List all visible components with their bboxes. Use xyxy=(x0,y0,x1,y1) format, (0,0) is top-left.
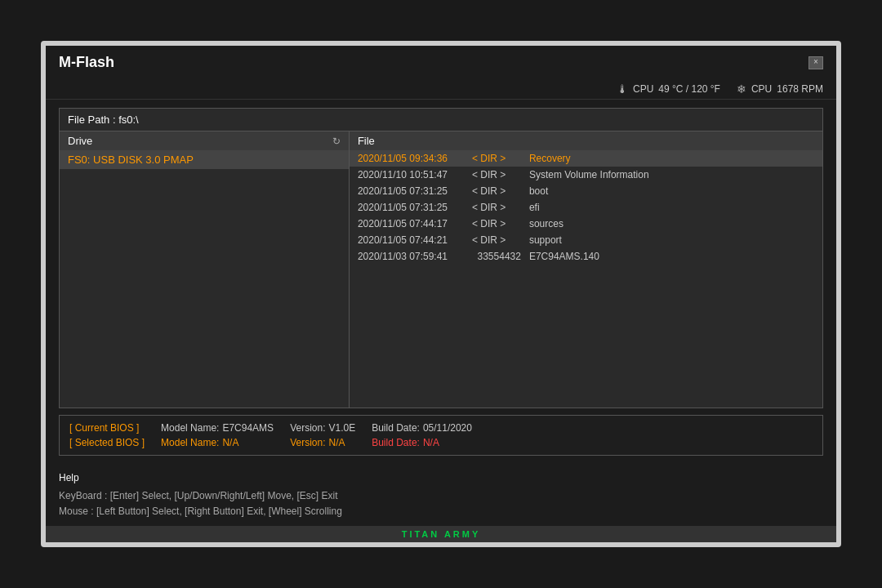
file-path-label: File Path : xyxy=(68,114,116,126)
help-keyboard-label: KeyBoard : xyxy=(59,490,107,501)
status-bar: 🌡 CPU 49 °C / 120 °F ❄ CPU 1678 RPM xyxy=(46,79,836,100)
file-row[interactable]: 2020/11/05 07:44:21 < DIR > support xyxy=(350,232,822,248)
bios-version: Version: V1.0E Version: N/A xyxy=(290,422,355,448)
selected-model-line: Model Name: N/A xyxy=(161,437,274,448)
monitor-brand: TITAN ARMY xyxy=(402,529,481,539)
drive-name: USB DISK 3.0 PMAP xyxy=(93,154,194,166)
current-model-line: Model Name: E7C94AMS xyxy=(161,422,274,434)
bios-info-bar: [ Current BIOS ] [ Selected BIOS ] Model… xyxy=(59,415,823,456)
help-mouse-text: [Left Button] Select, [Right Button] Exi… xyxy=(96,506,342,517)
file-type: < DIR > xyxy=(472,234,521,246)
current-version-line: Version: V1.0E xyxy=(290,422,355,434)
help-keyboard-line: KeyBoard : [Enter] Select, [Up/Down/Righ… xyxy=(59,488,823,504)
current-bios-line: [ Current BIOS ] xyxy=(69,422,145,434)
file-date: 2020/11/10 10:51:47 xyxy=(358,169,464,180)
selected-model-value: N/A xyxy=(222,437,238,448)
file-size: 33554432 xyxy=(472,251,521,262)
drive-column: Drive ↻ FS0: USB DISK 3.0 PMAP xyxy=(60,131,350,408)
selected-build-value: N/A xyxy=(423,437,439,448)
file-row-bios[interactable]: 2020/11/03 07:59:41 33554432 E7C94AMS.14… xyxy=(350,248,822,265)
file-type: < DIR > xyxy=(472,202,521,213)
drive-column-header: Drive ↻ xyxy=(60,131,349,150)
refresh-icon[interactable]: ↻ xyxy=(332,136,341,147)
monitor-frame: M-Flash × 🌡 CPU 49 °C / 120 °F ❄ CPU 167… xyxy=(41,41,841,547)
file-path-value: fs0:\ xyxy=(118,114,139,126)
cpu-fan-value: 1678 RPM xyxy=(777,83,823,95)
file-row[interactable]: 2020/11/05 07:44:17 < DIR > sources xyxy=(350,216,822,232)
bios-model: Model Name: E7C94AMS Model Name: N/A xyxy=(161,422,274,448)
fan-icon: ❄ xyxy=(737,82,746,96)
file-name: boot xyxy=(529,185,548,197)
file-column-header: File xyxy=(350,131,822,150)
current-build-label: Build Date: xyxy=(372,422,420,434)
file-name: support xyxy=(529,234,562,246)
title-bar-left: M-Flash xyxy=(59,54,114,71)
help-mouse-label: Mouse : xyxy=(59,506,94,517)
file-columns: Drive ↻ FS0: USB DISK 3.0 PMAP xyxy=(60,131,822,408)
monitor-screen: M-Flash × 🌡 CPU 49 °C / 120 °F ❄ CPU 167… xyxy=(46,46,836,526)
close-button[interactable]: × xyxy=(808,56,823,69)
main-content: File Path : fs0:\ Drive ↻ FS0: xyxy=(46,100,836,464)
file-row[interactable]: 2020/11/05 07:31:25 < DIR > efi xyxy=(350,199,822,216)
help-title: Help xyxy=(59,470,823,486)
selected-bios-line: [ Selected BIOS ] xyxy=(69,437,145,448)
help-keyboard-text: [Enter] Select, [Up/Down/Right/Left] Mov… xyxy=(110,490,338,501)
file-name: efi xyxy=(529,202,540,213)
file-date: 2020/11/03 07:59:41 xyxy=(358,251,464,262)
file-list: 2020/11/05 09:34:36 < DIR > Recovery 202… xyxy=(350,150,822,408)
file-name: System Volume Information xyxy=(529,169,649,180)
cpu-fan-label: CPU xyxy=(751,83,772,95)
thermometer-icon: 🌡 xyxy=(617,82,628,96)
file-name: Recovery xyxy=(529,153,571,164)
file-header-label: File xyxy=(358,135,375,147)
file-row[interactable]: 2020/11/10 10:51:47 < DIR > System Volum… xyxy=(350,167,822,183)
file-date: 2020/11/05 07:31:25 xyxy=(358,202,464,213)
selected-version-value: N/A xyxy=(328,437,345,448)
help-mouse-line: Mouse : [Left Button] Select, [Right But… xyxy=(59,504,823,519)
cpu-temp-status: 🌡 CPU 49 °C / 120 °F xyxy=(617,82,720,96)
selected-model-label: Model Name: xyxy=(161,437,219,448)
selected-build-line: Build Date: N/A xyxy=(372,437,472,448)
file-panel: File Path : fs0:\ Drive ↻ FS0: xyxy=(59,108,823,408)
drive-header-label: Drive xyxy=(68,135,92,147)
current-version-label: Version: xyxy=(290,422,325,434)
help-bar: Help KeyBoard : [Enter] Select, [Up/Down… xyxy=(46,464,836,526)
drive-item-fs0[interactable]: FS0: USB DISK 3.0 PMAP xyxy=(60,150,349,169)
current-model-label: Model Name: xyxy=(161,422,219,434)
selected-version-line: Version: N/A xyxy=(290,437,355,448)
selected-bios-label: [ Selected BIOS ] xyxy=(69,437,145,448)
file-date: 2020/11/05 07:31:25 xyxy=(358,185,464,197)
file-date: 2020/11/05 09:34:36 xyxy=(358,153,464,164)
file-row[interactable]: 2020/11/05 07:31:25 < DIR > boot xyxy=(350,183,822,199)
file-column: File 2020/11/05 09:34:36 < DIR > Recover… xyxy=(350,131,822,408)
app-title: M-Flash xyxy=(59,54,114,71)
file-type: < DIR > xyxy=(472,169,521,180)
title-bar: M-Flash × xyxy=(46,46,836,79)
current-build-line: Build Date: 05/11/2020 xyxy=(372,422,472,434)
bios-labels: [ Current BIOS ] [ Selected BIOS ] xyxy=(69,422,145,448)
file-type: < DIR > xyxy=(472,153,521,164)
current-bios-label: [ Current BIOS ] xyxy=(69,422,139,434)
current-model-value: E7C94AMS xyxy=(222,422,274,434)
file-type: < DIR > xyxy=(472,218,521,229)
selected-version-label: Version: xyxy=(290,437,325,448)
file-name: E7C94AMS.140 xyxy=(529,251,599,262)
cpu-temp-value: 49 °C / 120 °F xyxy=(658,83,720,95)
file-name: sources xyxy=(529,218,564,229)
monitor-stand: TITAN ARMY xyxy=(46,526,836,542)
cpu-fan-status: ❄ CPU 1678 RPM xyxy=(737,82,823,96)
current-build-value: 05/11/2020 xyxy=(423,422,472,434)
file-date: 2020/11/05 07:44:21 xyxy=(358,234,464,246)
drive-id: FS0: xyxy=(68,154,93,166)
file-date: 2020/11/05 07:44:17 xyxy=(358,218,464,229)
drive-list: FS0: USB DISK 3.0 PMAP xyxy=(60,150,349,408)
current-version-value: V1.0E xyxy=(328,422,355,434)
cpu-temp-label: CPU xyxy=(633,83,653,95)
file-path-bar: File Path : fs0:\ xyxy=(60,109,822,131)
bios-build: Build Date: 05/11/2020 Build Date: N/A xyxy=(372,422,472,448)
file-row[interactable]: 2020/11/05 09:34:36 < DIR > Recovery xyxy=(350,150,822,167)
selected-build-label: Build Date: xyxy=(372,437,420,448)
file-type: < DIR > xyxy=(472,185,521,197)
